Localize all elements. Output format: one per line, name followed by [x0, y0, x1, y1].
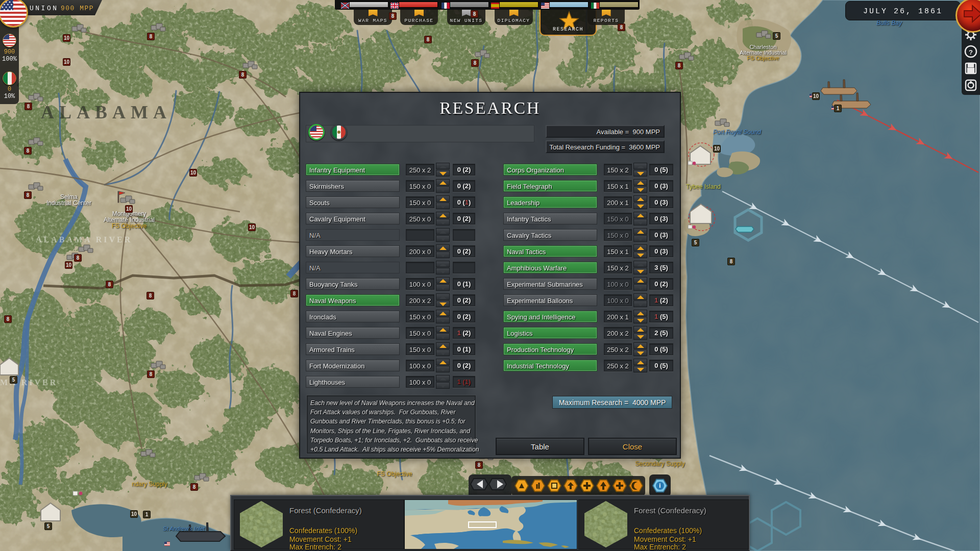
- svg-text:i: i: [659, 482, 660, 489]
- svg-text:ALABAMA: ALABAMA: [41, 102, 172, 122]
- svg-text:ALABAMA RIVER: ALABAMA RIVER: [36, 235, 132, 244]
- svg-text:MA RIVER: MA RIVER: [0, 378, 58, 387]
- svg-text:?: ?: [969, 48, 973, 56]
